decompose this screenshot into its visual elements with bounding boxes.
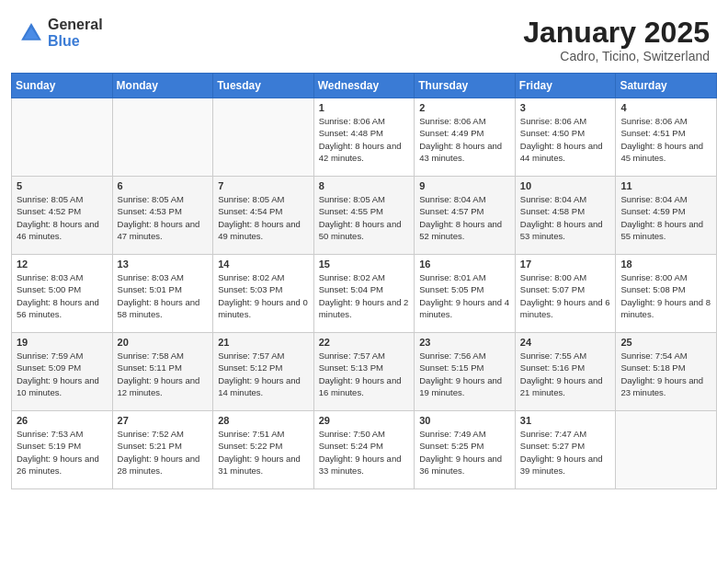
day-number: 19 <box>17 337 108 348</box>
calendar-body: 1 Sunrise: 8:06 AM Sunset: 4:48 PM Dayli… <box>12 98 717 489</box>
sunset: Sunset: 4:49 PM <box>419 128 483 138</box>
sunset: Sunset: 5:04 PM <box>319 284 383 294</box>
sunset: Sunset: 5:19 PM <box>17 441 81 451</box>
day-info: Sunrise: 8:04 AM Sunset: 4:57 PM Dayligh… <box>419 193 510 242</box>
day-cell: 22 Sunrise: 7:57 AM Sunset: 5:13 PM Dayl… <box>313 333 415 411</box>
day-cell: 26 Sunrise: 7:53 AM Sunset: 5:19 PM Dayl… <box>12 411 113 489</box>
daylight: Daylight: 8 hours and 58 minutes. <box>118 297 200 319</box>
sunrise: Sunrise: 8:05 AM <box>118 194 184 204</box>
day-info: Sunrise: 7:57 AM Sunset: 5:13 PM Dayligh… <box>319 350 410 398</box>
sunrise: Sunrise: 8:04 AM <box>419 194 485 204</box>
daylight: Daylight: 8 hours and 49 minutes. <box>218 219 301 241</box>
calendar-title: January 2025 <box>523 17 710 49</box>
header-day-monday: Monday <box>112 74 213 98</box>
daylight: Daylight: 8 hours and 50 minutes. <box>319 219 402 241</box>
header-day-friday: Friday <box>515 74 616 98</box>
daylight: Daylight: 9 hours and 14 minutes. <box>218 375 301 397</box>
header-day-tuesday: Tuesday <box>213 74 314 98</box>
sunset: Sunset: 5:03 PM <box>218 284 282 294</box>
sunrise: Sunrise: 7:56 AM <box>419 350 485 361</box>
sunset: Sunset: 4:52 PM <box>17 206 81 216</box>
day-cell <box>12 98 113 177</box>
sunrise: Sunrise: 7:53 AM <box>17 429 83 439</box>
day-cell: 19 Sunrise: 7:59 AM Sunset: 5:09 PM Dayl… <box>12 333 113 411</box>
day-info: Sunrise: 8:02 AM Sunset: 5:04 PM Dayligh… <box>319 271 410 320</box>
sunrise: Sunrise: 8:06 AM <box>520 116 586 126</box>
sunrise: Sunrise: 8:06 AM <box>419 116 485 126</box>
day-cell: 30 Sunrise: 7:49 AM Sunset: 5:25 PM Dayl… <box>415 411 516 489</box>
day-info: Sunrise: 8:05 AM Sunset: 4:54 PM Dayligh… <box>218 193 309 242</box>
day-info: Sunrise: 8:06 AM Sunset: 4:49 PM Dayligh… <box>419 115 510 164</box>
daylight: Daylight: 9 hours and 39 minutes. <box>520 454 603 476</box>
day-number: 20 <box>118 337 209 348</box>
sunrise: Sunrise: 7:58 AM <box>118 350 184 361</box>
day-cell: 17 Sunrise: 8:00 AM Sunset: 5:07 PM Dayl… <box>515 255 616 333</box>
day-number: 8 <box>319 180 410 191</box>
day-cell: 27 Sunrise: 7:52 AM Sunset: 5:21 PM Dayl… <box>112 411 213 489</box>
sunset: Sunset: 5:22 PM <box>218 441 282 451</box>
daylight: Daylight: 8 hours and 44 minutes. <box>520 141 603 163</box>
sunrise: Sunrise: 8:02 AM <box>218 272 284 282</box>
day-number: 13 <box>118 259 209 270</box>
daylight: Daylight: 8 hours and 45 minutes. <box>620 141 703 163</box>
day-info: Sunrise: 8:02 AM Sunset: 5:03 PM Dayligh… <box>218 271 309 320</box>
sunset: Sunset: 5:08 PM <box>620 284 685 294</box>
sunset: Sunset: 4:50 PM <box>520 128 585 138</box>
sunrise: Sunrise: 8:00 AM <box>520 272 586 282</box>
sunset: Sunset: 4:58 PM <box>520 206 585 216</box>
sunset: Sunset: 5:27 PM <box>520 441 585 451</box>
sunrise: Sunrise: 7:49 AM <box>419 429 485 439</box>
day-number: 1 <box>319 102 410 113</box>
sunrise: Sunrise: 7:52 AM <box>118 429 184 439</box>
day-number: 6 <box>118 180 209 191</box>
header-day-sunday: Sunday <box>12 74 113 98</box>
day-cell: 20 Sunrise: 7:58 AM Sunset: 5:11 PM Dayl… <box>112 333 213 411</box>
daylight: Daylight: 9 hours and 31 minutes. <box>218 454 301 476</box>
week-row-4: 26 Sunrise: 7:53 AM Sunset: 5:19 PM Dayl… <box>12 411 717 489</box>
day-cell: 3 Sunrise: 8:06 AM Sunset: 4:50 PM Dayli… <box>515 98 616 177</box>
day-cell: 10 Sunrise: 8:04 AM Sunset: 4:58 PM Dayl… <box>515 177 616 255</box>
day-number: 23 <box>419 337 510 348</box>
day-cell: 4 Sunrise: 8:06 AM Sunset: 4:51 PM Dayli… <box>616 98 717 177</box>
day-cell <box>112 98 213 177</box>
daylight: Daylight: 8 hours and 55 minutes. <box>620 219 703 241</box>
logo-general-text: General <box>48 17 103 33</box>
logo: General Blue <box>18 17 103 49</box>
day-info: Sunrise: 8:05 AM Sunset: 4:55 PM Dayligh… <box>319 193 410 242</box>
sunset: Sunset: 4:57 PM <box>419 206 483 216</box>
sunrise: Sunrise: 8:04 AM <box>620 194 687 204</box>
day-number: 17 <box>520 259 611 270</box>
daylight: Daylight: 8 hours and 52 minutes. <box>419 219 502 241</box>
day-cell: 24 Sunrise: 7:55 AM Sunset: 5:16 PM Dayl… <box>515 333 616 411</box>
sunrise: Sunrise: 8:06 AM <box>620 116 687 126</box>
day-info: Sunrise: 7:49 AM Sunset: 5:25 PM Dayligh… <box>419 428 510 477</box>
day-cell <box>616 411 717 489</box>
sunrise: Sunrise: 8:04 AM <box>520 194 586 204</box>
sunrise: Sunrise: 7:51 AM <box>218 429 284 439</box>
sunrise: Sunrise: 8:06 AM <box>319 116 385 126</box>
sunrise: Sunrise: 7:47 AM <box>520 429 586 439</box>
week-row-1: 5 Sunrise: 8:05 AM Sunset: 4:52 PM Dayli… <box>12 177 717 255</box>
day-cell: 14 Sunrise: 8:02 AM Sunset: 5:03 PM Dayl… <box>213 255 314 333</box>
day-info: Sunrise: 7:55 AM Sunset: 5:16 PM Dayligh… <box>520 350 611 398</box>
sunset: Sunset: 5:00 PM <box>17 284 81 294</box>
day-number: 5 <box>17 180 108 191</box>
daylight: Daylight: 9 hours and 28 minutes. <box>118 454 200 476</box>
logo-blue-text: Blue <box>48 33 103 50</box>
day-cell: 29 Sunrise: 7:50 AM Sunset: 5:24 PM Dayl… <box>313 411 415 489</box>
daylight: Daylight: 9 hours and 21 minutes. <box>520 375 603 397</box>
day-cell: 15 Sunrise: 8:02 AM Sunset: 5:04 PM Dayl… <box>313 255 415 333</box>
sunset: Sunset: 5:25 PM <box>419 441 483 451</box>
day-info: Sunrise: 7:52 AM Sunset: 5:21 PM Dayligh… <box>118 428 209 477</box>
week-row-0: 1 Sunrise: 8:06 AM Sunset: 4:48 PM Dayli… <box>12 98 717 177</box>
day-number: 27 <box>118 415 209 426</box>
calendar-header: SundayMondayTuesdayWednesdayThursdayFrid… <box>12 74 717 98</box>
day-number: 22 <box>319 337 410 348</box>
daylight: Daylight: 9 hours and 8 minutes. <box>620 297 711 319</box>
day-number: 30 <box>419 415 510 426</box>
daylight: Daylight: 9 hours and 26 minutes. <box>17 454 99 476</box>
header: General Blue January 2025 Cadro, Ticino,… <box>0 0 728 73</box>
day-number: 10 <box>520 180 611 191</box>
day-number: 24 <box>520 337 611 348</box>
day-info: Sunrise: 7:56 AM Sunset: 5:15 PM Dayligh… <box>419 350 510 398</box>
